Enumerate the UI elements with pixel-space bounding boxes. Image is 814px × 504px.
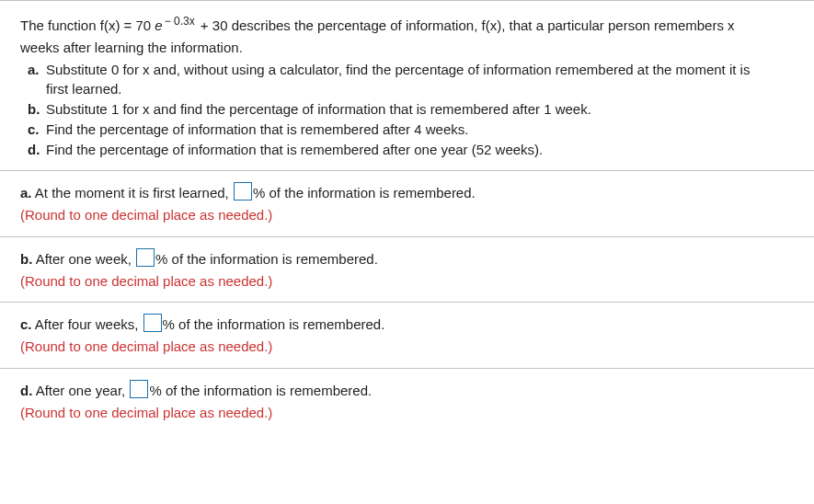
part-b: b. After one week, % of the information … [0,237,814,303]
answer-input-c[interactable] [143,314,162,332]
part-d: d. After one year, % of the information … [0,369,814,434]
stem-item-a: a. Substitute 0 for x and, without using… [28,60,799,80]
stem-text-1b: + 30 describes the percentage of informa… [197,17,735,33]
answer-input-a[interactable] [234,182,252,200]
stem-item-c: c. Find the percentage of information th… [28,120,799,140]
euler-e: e [155,17,162,33]
stem-item-label: c. [28,120,46,140]
part-label: a. [20,185,32,200]
stem-item-a-cont: first learned. [28,79,799,99]
stem-item-text: Substitute 0 for x and, without using a … [46,60,750,80]
part-after: % of the information is remembered. [163,316,385,332]
stem-item-d: d. Find the percentage of information th… [28,140,799,160]
part-before: After one year, [32,383,129,398]
part-label: b. [20,251,32,267]
part-label: c. [20,316,32,332]
part-b-line: b. After one week, % of the information … [20,248,799,269]
part-a: a. At the moment it is first learned, % … [0,171,814,236]
answer-input-b[interactable] [136,248,155,267]
stem-item-label: a. [28,60,46,80]
part-after: % of the information is remembered. [149,383,372,398]
stem-item-text: Substitute 1 for x and find the percenta… [46,99,591,120]
part-c-line: c. After four weeks, % of the informatio… [20,314,799,335]
round-hint: (Round to one decimal place as needed.) [20,271,799,292]
stem-item-label: d. [28,140,46,160]
part-c: c. After four weeks, % of the informatio… [0,303,814,368]
part-d-line: d. After one year, % of the information … [20,380,799,401]
answer-input-d[interactable] [130,380,148,398]
round-hint: (Round to one decimal place as needed.) [20,403,799,423]
part-label: d. [20,383,32,398]
round-hint: (Round to one decimal place as needed.) [20,205,799,225]
part-a-line: a. At the moment it is first learned, % … [20,182,799,203]
exponent: − 0.3x [165,15,195,28]
question-stem: The function f(x) = 70 e− 0.3x + 30 desc… [0,0,814,170]
part-before: At the moment it is first learned, [32,185,233,200]
part-before: After four weeks, [32,316,143,332]
stem-line-2: weeks after learning the information. [20,38,799,58]
round-hint: (Round to one decimal place as needed.) [20,337,799,357]
stem-item-text: Find the percentage of information that … [46,140,543,160]
stem-item-b: b. Substitute 1 for x and find the perce… [28,99,799,120]
part-after: % of the information is remembered. [253,185,476,200]
part-after: % of the information is remembered. [155,251,378,267]
stem-item-text: Find the percentage of information that … [46,120,468,140]
part-before: After one week, [32,251,135,267]
stem-line-1: The function f(x) = 70 e− 0.3x + 30 desc… [20,14,799,36]
stem-item-label: b. [28,99,46,120]
stem-sublist: a. Substitute 0 for x and, without using… [20,60,799,160]
stem-text-1a: The function f(x) = 70 [20,17,151,33]
